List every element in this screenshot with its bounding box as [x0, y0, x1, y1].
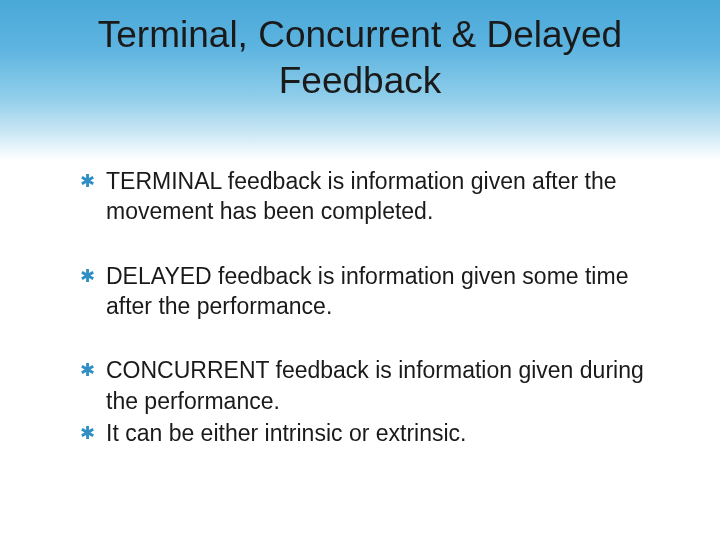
list-item: ✱ It can be either intrinsic or extrinsi… [80, 418, 650, 448]
list-item: ✱ DELAYED feedback is information given … [80, 261, 650, 322]
bullet-text: CONCURRENT feedback is information given… [106, 355, 650, 416]
slide-body: ✱ TERMINAL feedback is information given… [80, 166, 650, 451]
bullet-star-icon: ✱ [80, 418, 106, 446]
list-item: ✱ CONCURRENT feedback is information giv… [80, 355, 650, 416]
bullet-star-icon: ✱ [80, 166, 106, 194]
bullet-star-icon: ✱ [80, 355, 106, 383]
bullet-text: DELAYED feedback is information given so… [106, 261, 650, 322]
bullet-group: ✱ CONCURRENT feedback is information giv… [80, 355, 650, 448]
list-item: ✱ TERMINAL feedback is information given… [80, 166, 650, 227]
bullet-group: ✱ TERMINAL feedback is information given… [80, 166, 650, 227]
bullet-text: TERMINAL feedback is information given a… [106, 166, 650, 227]
bullet-group: ✱ DELAYED feedback is information given … [80, 261, 650, 322]
slide-title: Terminal, Concurrent & Delayed Feedback [0, 12, 720, 105]
bullet-star-icon: ✱ [80, 261, 106, 289]
bullet-text: It can be either intrinsic or extrinsic. [106, 418, 650, 448]
